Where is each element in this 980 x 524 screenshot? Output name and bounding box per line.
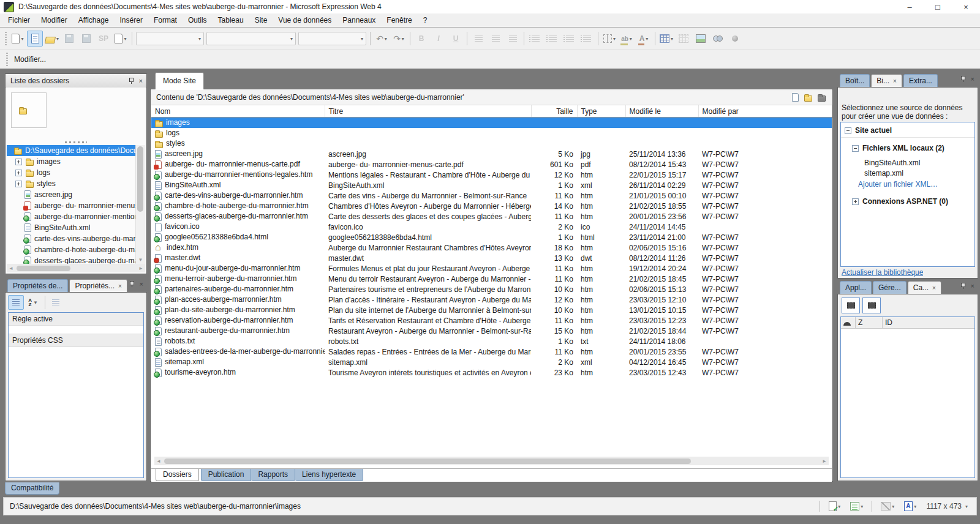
insert-table-button[interactable]: ▾ (658, 31, 674, 47)
css-schema-indicator[interactable]: ▾ (850, 502, 863, 511)
tree-item-sitemap[interactable]: sitemap.xml (841, 167, 974, 178)
table-row[interactable]: partenaires-auberge-du-marronnier.htmPar… (151, 284, 832, 294)
table-row[interactable]: menu-du-jour-auberge-du-marronnier.htmFo… (151, 263, 832, 274)
table-row[interactable]: tourisme-aveyron.htmTourisme Aveyron int… (151, 367, 832, 378)
menu-item-format[interactable]: Format (148, 13, 183, 27)
insert-hyperlink-button[interactable] (710, 31, 726, 47)
up-folder-icon[interactable] (818, 95, 826, 102)
numbered-list-button[interactable] (527, 31, 543, 47)
expand-icon[interactable] (852, 198, 859, 205)
site-horizontal-scrollbar[interactable]: ◄ ► (154, 457, 829, 465)
summary-view-button[interactable] (48, 295, 64, 310)
modifier-label[interactable]: Modifier... (14, 55, 46, 64)
table-row[interactable]: plan-acces-auberge-marronnier.htmPlan d'… (151, 294, 832, 305)
tree-horizontal-scrollbar[interactable]: ◄ ► (7, 264, 145, 272)
undo-button[interactable]: ↶▾ (374, 31, 390, 47)
tree-item[interactable]: D:\Sauvegarde des données\Documents (7, 145, 136, 156)
minimize-button[interactable]: – (895, 0, 924, 13)
tab-boite-outils[interactable]: Boît... (840, 74, 870, 87)
menu-item-inserer[interactable]: Insérer (115, 13, 148, 27)
column-header-taille[interactable]: Taille (531, 105, 577, 118)
menu-item-site[interactable]: Site (249, 13, 273, 27)
table-row[interactable]: salades-entrees-de-la-mer-auberge-du-mar… (151, 346, 832, 357)
insert-child-layer-button[interactable] (862, 298, 881, 313)
new-folder-icon[interactable] (804, 95, 812, 102)
id-column-header[interactable]: ID (883, 317, 974, 328)
tree-item[interactable]: chambre-d-hote-auberge-du-marronnier.htm (7, 244, 136, 255)
tab-proprietes-de[interactable]: Propriétés de... (7, 279, 68, 292)
table-row[interactable]: styles (151, 138, 832, 149)
increase-indent-button[interactable] (579, 31, 595, 47)
expander-icon[interactable] (15, 170, 22, 176)
superpreview-button[interactable]: SP (96, 31, 111, 47)
table-row[interactable]: favicon.icofavicon.ico2 Koico24/11/2014 … (151, 222, 832, 232)
scroll-down-icon[interactable]: ▼ (136, 257, 145, 263)
bold-button[interactable]: B (413, 31, 429, 47)
font-combobox[interactable]: ▾ (206, 32, 296, 45)
save-button[interactable] (61, 31, 77, 47)
font-color-button[interactable]: A▾ (636, 31, 652, 47)
add-xml-file-link[interactable]: Ajouter un fichier XML… (841, 178, 974, 189)
column-header-type[interactable]: Type (577, 105, 625, 118)
new-page-icon[interactable] (792, 93, 799, 102)
table-row[interactable]: auberge- du- marronnier-menus-carte.pdfa… (151, 159, 832, 170)
table-row[interactable]: restaurant-auberge-du-marronnier.htmRest… (151, 326, 832, 336)
tab-proprietes[interactable]: Propriétés...× (69, 279, 127, 292)
highlight-button[interactable]: ab▾ (619, 31, 635, 47)
close-tab-icon[interactable]: × (118, 283, 122, 290)
expander-icon[interactable] (15, 181, 22, 187)
collapse-icon[interactable] (852, 145, 859, 152)
insert-layer-button[interactable] (842, 298, 860, 313)
visibility-column-header[interactable] (841, 317, 856, 328)
close-tab-icon[interactable]: × (932, 285, 936, 291)
tab-extraits[interactable]: Extra... (903, 74, 938, 87)
tab-rapports[interactable]: Rapports (251, 469, 295, 481)
menu-item-affichage[interactable]: Affichage (73, 13, 115, 27)
pin-icon[interactable] (129, 78, 134, 84)
sort-az-button[interactable]: AZ▼ (25, 295, 41, 310)
menu-item-outils[interactable]: Outils (183, 13, 213, 27)
close-tab-icon[interactable]: × (893, 78, 897, 84)
html-compat-indicator[interactable]: ▾ (829, 501, 840, 511)
bookmark-button[interactable] (727, 31, 743, 47)
close-panel-icon[interactable]: × (139, 78, 143, 84)
menu-item-tableau[interactable]: Tableau (213, 13, 249, 27)
mode-site-tab[interactable]: Mode Site (155, 72, 204, 89)
table-row[interactable]: plan-du-site-auberge-du-marronnier.htmPl… (151, 305, 832, 315)
scroll-right-icon[interactable]: ► (820, 458, 829, 464)
tab-gerer[interactable]: Gére... (873, 281, 907, 294)
scroll-left-icon[interactable]: ◄ (154, 458, 163, 464)
column-header-titre[interactable]: Titre (325, 105, 531, 118)
menu-item-modifier[interactable]: Modifier (36, 13, 73, 27)
style-application-indicator[interactable]: ▾ (904, 501, 916, 511)
table-row[interactable]: logs (151, 128, 832, 138)
table-row[interactable]: images (151, 118, 832, 129)
expander-icon[interactable] (15, 159, 22, 165)
visual-aids-indicator[interactable]: ▾ (881, 502, 894, 511)
modifier-bar-grip[interactable] (6, 53, 8, 66)
tab-dossiers[interactable]: Dossiers (156, 469, 199, 481)
scrollbar-thumb[interactable] (137, 146, 143, 212)
tree-item[interactable]: images (7, 156, 136, 167)
table-row[interactable]: BingSiteAuth.xmlBingSiteAuth.xml1 Koxml2… (151, 180, 832, 190)
redo-button[interactable]: ↷▾ (391, 31, 407, 47)
close-button[interactable]: × (952, 0, 980, 13)
scroll-right-icon[interactable]: ► (137, 266, 145, 271)
table-row[interactable]: googlee056218388e6bda4.htmlgooglee056218… (151, 232, 832, 242)
toolbar-grip[interactable] (5, 32, 7, 45)
save-all-button[interactable] (78, 31, 94, 47)
tab-liens-hypertexte[interactable]: Liens hypertexte (295, 469, 363, 481)
table-row[interactable]: auberge-du-marronnier-mentions-legales.h… (151, 170, 832, 180)
align-left-button[interactable] (470, 31, 486, 47)
scrollbar-thumb[interactable] (164, 458, 691, 464)
table-row[interactable]: robots.txtrobots.txt1 Kotxt24/11/2014 18… (151, 336, 832, 346)
page-size-dropdown-icon[interactable]: ▾ (965, 504, 968, 509)
menu-item-fenetre[interactable]: Fenêtre (381, 13, 417, 27)
table-row[interactable]: ascreen.jpgascreen.jpg5 Kojpg25/11/2014 … (151, 149, 832, 159)
tree-item[interactable]: ascreen.jpg (7, 189, 136, 200)
tab-appliquer[interactable]: Appl... (840, 281, 872, 294)
tree-item-connexions-asp[interactable]: Connexions ASP.NET (0) (841, 189, 974, 206)
tree-item-site-actuel[interactable]: Site actuel (841, 122, 974, 138)
z-column-header[interactable]: Z (856, 317, 883, 328)
edit-site-button[interactable] (27, 31, 43, 47)
